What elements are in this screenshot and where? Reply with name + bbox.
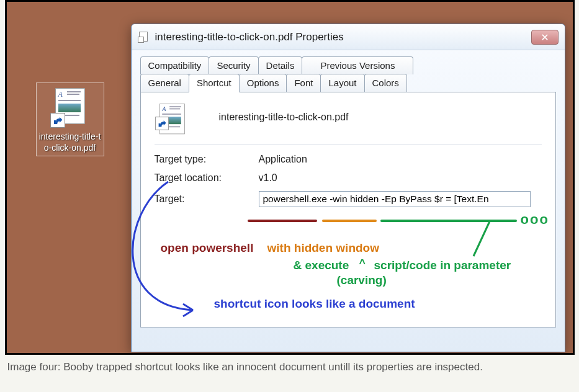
- file-name: interesting-title-to-click-on.pdf: [219, 112, 349, 123]
- annotation-carving: (carving): [337, 274, 387, 287]
- tab-previous-versions[interactable]: Previous Versions: [302, 56, 413, 74]
- shortcut-arrow-icon: [155, 117, 169, 130]
- tab-options[interactable]: Options: [239, 74, 287, 92]
- annotation-hidden-window: with hidden window: [267, 241, 379, 255]
- annotation-shortcut-note: shortcut icon looks like a document: [214, 297, 415, 311]
- annotation-underline-red: [248, 220, 317, 222]
- close-icon: [541, 33, 549, 42]
- tab-shortcut[interactable]: Shortcut: [189, 74, 240, 92]
- titlebar-icon: [138, 32, 149, 43]
- dialog-title: interesting-title-to-click-on.pdf Proper…: [155, 31, 531, 43]
- tab-colors[interactable]: Colors: [364, 74, 407, 92]
- target-label: Target:: [155, 194, 259, 205]
- tab-compatibility[interactable]: Compatibility: [140, 56, 210, 74]
- annotation-green-connector: [470, 220, 495, 257]
- annotation-underline-orange: [322, 220, 377, 222]
- target-type-label: Target type:: [155, 154, 259, 165]
- tab-layout[interactable]: Layout: [320, 74, 364, 92]
- tab-details[interactable]: Details: [258, 56, 303, 74]
- shortcut-tab-content: interesting-title-to-click-on.pdf Target…: [140, 92, 556, 327]
- annotation-open-powershell: open powershell: [161, 241, 254, 255]
- desktop-icon-label: interesting-title-to-click-on.pdf: [39, 131, 101, 153]
- target-location-label: Target location:: [155, 172, 259, 184]
- target-input[interactable]: [259, 191, 531, 207]
- tab-font[interactable]: Font: [286, 74, 321, 92]
- tab-security[interactable]: Security: [209, 56, 258, 74]
- desktop-shortcut[interactable]: interesting-title-to-click-on.pdf: [36, 82, 104, 156]
- screenshot-frame: interesting-title-to-click-on.pdf intere…: [5, 0, 575, 355]
- properties-dialog: interesting-title-to-click-on.pdf Proper…: [131, 24, 565, 352]
- shortcut-arrow-icon: [50, 113, 65, 128]
- image-caption: Image four: Booby trapped shortcut looks…: [5, 359, 575, 381]
- target-type-value: Application: [259, 154, 307, 165]
- titlebar: interesting-title-to-click-on.pdf Proper…: [132, 24, 565, 50]
- annotation-execute: & execute: [294, 259, 349, 272]
- document-shortcut-icon: [50, 88, 90, 128]
- file-icon: [155, 104, 182, 131]
- annotation-caret-icon: ^: [359, 257, 366, 270]
- target-location-value: v1.0: [259, 172, 277, 184]
- svg-line-0: [474, 221, 490, 256]
- annotation-underline-green: [380, 220, 517, 222]
- close-button[interactable]: [531, 30, 559, 45]
- tab-general[interactable]: General: [140, 74, 189, 92]
- annotation-continuation: ooo: [521, 212, 549, 228]
- annotation-script-code: script/code in parameter: [374, 259, 511, 272]
- divider: [155, 145, 542, 145]
